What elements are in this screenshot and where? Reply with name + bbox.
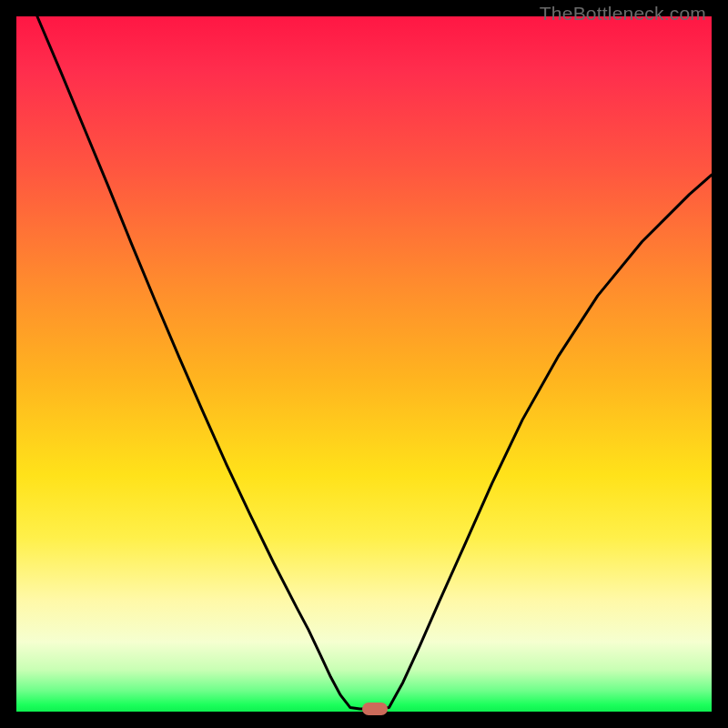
curve-svg	[16, 16, 712, 712]
chart-container: TheBottleneck.com	[0, 0, 728, 728]
attribution-text: TheBottleneck.com	[540, 3, 706, 25]
minimum-marker	[362, 703, 388, 715]
bottleneck-curve	[37, 16, 712, 709]
